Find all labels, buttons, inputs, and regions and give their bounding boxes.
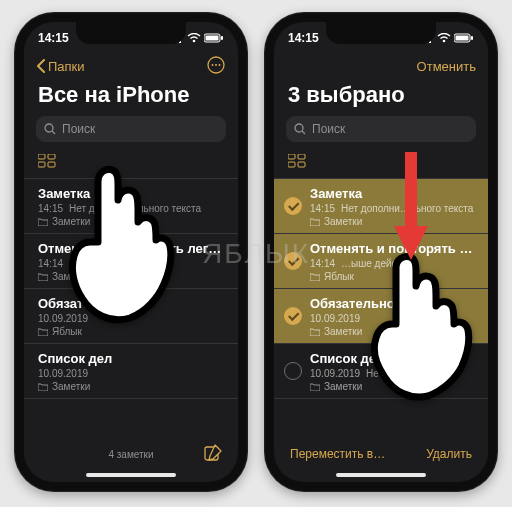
note-title: Отменять и повторять так же легко… [310,241,474,256]
list-item[interactable]: Заметка 14:15Нет дополнительного текста … [24,178,238,233]
cancel-button[interactable]: Отменить [417,59,476,74]
folder-label: Яблык [310,271,474,282]
svg-rect-15 [48,154,55,159]
note-title: Отменять и повторять легко с пом… [38,241,224,256]
checkmark-icon[interactable] [284,362,302,380]
search-placeholder: Поиск [62,122,95,136]
note-title: Список дел [310,351,474,366]
list-item[interactable]: Обязательно 10.09.2019 Заметки [274,288,488,343]
svg-line-28 [302,131,305,134]
notes-list: Заметка 14:15Нет дополнительного текста … [24,178,238,399]
search-input[interactable]: Поиск [36,116,226,142]
svg-rect-25 [456,36,469,41]
checkmark-icon[interactable] [284,252,302,270]
home-indicator [86,473,176,477]
list-item[interactable]: Отменять и повторять так же легко… 14:14… [274,233,488,288]
note-title: Обязательно [310,296,474,311]
home-indicator [336,473,426,477]
svg-point-4 [193,40,196,43]
back-label: Папки [48,59,85,74]
back-button[interactable]: Папки [36,59,85,74]
list-item[interactable]: Заметка 14:15Нет дополни…льного текста З… [274,178,488,233]
svg-point-10 [215,64,217,66]
battery-icon [204,33,224,43]
note-title: Обязательно [38,296,224,311]
status-time: 14:15 [288,31,319,45]
folder-label: Заметки [310,216,474,227]
navbar: Папки [24,54,238,80]
wifi-icon [437,33,451,43]
checkmark-icon[interactable] [284,307,302,325]
svg-rect-29 [288,154,295,159]
notes-count: 4 заметки [108,449,153,460]
svg-rect-7 [221,36,223,40]
svg-rect-16 [38,162,45,167]
svg-point-23 [443,40,446,43]
folder-label: Заметки [310,381,474,392]
search-input[interactable]: Поиск [286,116,476,142]
battery-icon [454,33,474,43]
list-item[interactable]: Отменять и повторять легко с пом… 14:14д… [24,233,238,288]
svg-rect-26 [471,36,473,40]
page-title: 3 выбрано [274,80,488,116]
move-button[interactable]: Переместить в… [290,447,385,461]
navbar: Отменить [274,54,488,80]
svg-rect-17 [48,162,55,167]
list-item[interactable]: Список дел 10.09.2019Нет …много текста З… [274,343,488,399]
page-title: Все на iPhone [24,80,238,116]
svg-point-9 [212,64,214,66]
svg-rect-30 [298,154,305,159]
gallery-view-button[interactable] [24,150,238,178]
note-title: Заметка [38,186,224,201]
svg-rect-32 [298,162,305,167]
note-title: Заметка [310,186,474,201]
gallery-view-button[interactable] [274,150,488,178]
delete-button[interactable]: Удалить [426,447,472,461]
search-icon [44,123,56,135]
folder-label: Яблык [38,326,224,337]
svg-point-12 [45,124,53,132]
list-item[interactable]: Список дел 10.09.2019 Заметки [24,343,238,399]
notch [326,22,436,44]
svg-rect-6 [206,36,219,41]
status-time: 14:15 [38,31,69,45]
svg-rect-31 [288,162,295,167]
svg-rect-14 [38,154,45,159]
search-placeholder: Поиск [312,122,345,136]
svg-line-13 [52,131,55,134]
search-icon [294,123,306,135]
folder-label: Заметки [38,271,224,282]
compose-button[interactable] [204,444,222,465]
folder-label: Заметки [310,326,474,337]
svg-point-11 [219,64,221,66]
notes-list: Заметка 14:15Нет дополни…льного текста З… [274,178,488,399]
notch [76,22,186,44]
folder-label: Заметки [38,216,224,227]
phone-right: 14:15 Отменить 3 выбрано Поиск Заметка 1… [264,12,498,492]
svg-point-27 [295,124,303,132]
more-button[interactable] [206,55,226,78]
checkmark-icon[interactable] [284,197,302,215]
list-item[interactable]: Обязательно 10.09.2019 Яблык [24,288,238,343]
phone-left: 14:15 Папки Все на iPhone Поиск [14,12,248,492]
note-title: Список дел [38,351,224,366]
wifi-icon [187,33,201,43]
folder-label: Заметки [38,381,224,392]
